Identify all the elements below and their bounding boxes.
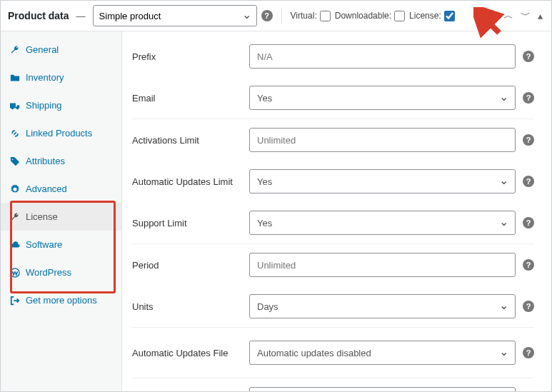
virtual-label: Virtual: bbox=[291, 11, 317, 21]
sidebar-item-label: Advanced bbox=[26, 184, 67, 194]
sidebar-item-inventory[interactable]: Inventory bbox=[1, 64, 121, 91]
logout-icon bbox=[9, 295, 20, 306]
header-right-controls: ︿ ﹀ ▴ bbox=[502, 9, 544, 22]
sidebar-item-label: Software bbox=[26, 239, 62, 250]
help-icon[interactable]: ? bbox=[261, 10, 273, 21]
sidebar-item-wordpress[interactable]: WordPress bbox=[1, 258, 121, 286]
sidebar-item-label: General bbox=[26, 44, 59, 55]
tag-icon bbox=[9, 156, 20, 166]
field-email: Email Yes ? bbox=[132, 77, 534, 119]
label-email: Email bbox=[132, 93, 249, 104]
field-period: Period ? bbox=[132, 244, 534, 286]
settings-main: Prefix ? Email Yes ? Activations Limit ? bbox=[122, 31, 551, 391]
input-prefix[interactable] bbox=[249, 44, 516, 69]
downloadable-toggle[interactable]: Downloadable: bbox=[335, 11, 405, 21]
separator bbox=[281, 8, 282, 24]
sidebar-item-label: Shipping bbox=[26, 100, 62, 111]
label-period: Period bbox=[132, 260, 249, 271]
input-renewal-price[interactable] bbox=[249, 387, 516, 391]
help-icon[interactable]: ? bbox=[523, 51, 534, 62]
gear-icon bbox=[9, 184, 20, 194]
product-data-panel: Product data — Simple product ? Virtual:… bbox=[0, 0, 552, 392]
select-auto-updates-limit[interactable]: Yes bbox=[249, 169, 516, 194]
sidebar-item-shipping[interactable]: Shipping bbox=[1, 91, 121, 119]
field-renewal-price: Renewal price ($) ? bbox=[132, 378, 534, 391]
input-period[interactable] bbox=[249, 253, 516, 277]
license-label: License: bbox=[409, 11, 441, 21]
help-icon[interactable]: ? bbox=[523, 92, 534, 104]
folder-icon bbox=[9, 72, 20, 83]
collapse-icon[interactable]: ▴ bbox=[536, 10, 544, 21]
truck-icon bbox=[9, 100, 20, 111]
link-icon bbox=[9, 128, 20, 139]
sidebar-item-label: Inventory bbox=[26, 72, 64, 83]
nav-up-icon[interactable]: ︿ bbox=[502, 9, 515, 22]
sidebar-item-license[interactable]: License bbox=[1, 203, 121, 231]
label-prefix: Prefix bbox=[132, 51, 249, 62]
panel-body: General Inventory Shipping Linked Produc… bbox=[1, 31, 551, 391]
label-support-limit: Support Limit bbox=[132, 218, 249, 228]
help-icon[interactable]: ? bbox=[523, 176, 534, 187]
panel-header: Product data — Simple product ? Virtual:… bbox=[1, 1, 551, 31]
field-support-limit: Support Limit Yes ? bbox=[132, 202, 534, 244]
cloud-icon bbox=[9, 239, 20, 250]
field-prefix: Prefix ? bbox=[132, 36, 534, 77]
sidebar-item-advanced[interactable]: Advanced bbox=[1, 175, 121, 203]
sidebar: General Inventory Shipping Linked Produc… bbox=[1, 31, 122, 391]
wordpress-icon bbox=[9, 267, 20, 278]
sidebar-item-label: Get more options bbox=[26, 295, 97, 306]
downloadable-checkbox[interactable] bbox=[394, 11, 405, 21]
field-activations-limit: Activations Limit ? bbox=[132, 119, 534, 161]
wrench-icon bbox=[9, 44, 20, 55]
license-checkbox[interactable] bbox=[444, 11, 455, 21]
help-icon[interactable]: ? bbox=[523, 347, 534, 358]
field-auto-updates-file: Automatic Updates File Automatic updates… bbox=[132, 328, 534, 378]
select-auto-updates-file[interactable]: Automatic updates disabled bbox=[249, 341, 516, 365]
help-icon[interactable]: ? bbox=[523, 217, 534, 228]
wrench-icon bbox=[9, 211, 20, 222]
select-email[interactable]: Yes bbox=[249, 86, 516, 110]
help-icon[interactable]: ? bbox=[523, 134, 534, 146]
field-units: Units Days ? bbox=[132, 286, 534, 328]
sidebar-item-label: Linked Products bbox=[26, 128, 92, 139]
input-activations-limit[interactable] bbox=[249, 128, 516, 152]
help-icon[interactable]: ? bbox=[523, 259, 534, 271]
panel-title: Product data bbox=[8, 10, 69, 21]
title-dash: — bbox=[76, 11, 86, 21]
license-toggle[interactable]: License: bbox=[409, 11, 455, 21]
downloadable-label: Downloadable: bbox=[335, 11, 391, 21]
nav-down-icon[interactable]: ﹀ bbox=[519, 9, 532, 22]
sidebar-item-label: Attributes bbox=[26, 156, 65, 166]
label-activations-limit: Activations Limit bbox=[132, 135, 249, 146]
virtual-toggle[interactable]: Virtual: bbox=[291, 11, 331, 21]
sidebar-item-label: License bbox=[26, 211, 58, 222]
label-units: Units bbox=[132, 301, 249, 312]
select-units[interactable]: Days bbox=[249, 294, 516, 318]
sidebar-item-general[interactable]: General bbox=[1, 36, 121, 64]
label-auto-updates-limit: Automatic Updates Limit bbox=[132, 176, 249, 187]
label-auto-updates-file: Automatic Updates File bbox=[132, 348, 249, 358]
sidebar-item-label: WordPress bbox=[26, 267, 71, 278]
help-icon[interactable]: ? bbox=[523, 301, 534, 312]
sidebar-item-attributes[interactable]: Attributes bbox=[1, 147, 121, 175]
sidebar-item-linked-products[interactable]: Linked Products bbox=[1, 119, 121, 147]
select-support-limit[interactable]: Yes bbox=[249, 211, 516, 235]
product-type-select[interactable]: Simple product bbox=[93, 5, 257, 26]
sidebar-item-software[interactable]: Software bbox=[1, 231, 121, 258]
sidebar-item-get-more[interactable]: Get more options bbox=[1, 286, 121, 314]
virtual-checkbox[interactable] bbox=[320, 11, 331, 21]
field-auto-updates-limit: Automatic Updates Limit Yes ? bbox=[132, 161, 534, 202]
